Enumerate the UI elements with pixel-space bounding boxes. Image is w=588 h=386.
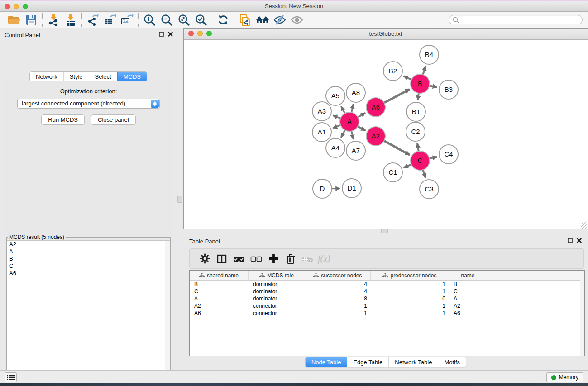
- column-header-predecessor-nodes[interactable]: predecessor nodes: [371, 271, 449, 280]
- table-cell[interactable]: 1: [305, 310, 371, 316]
- refresh-button[interactable]: [215, 13, 232, 27]
- tab-select[interactable]: Select: [89, 72, 117, 81]
- add-column-button[interactable]: [265, 251, 282, 267]
- table-cell[interactable]: 1: [371, 303, 449, 309]
- tab-network[interactable]: Network: [30, 72, 63, 81]
- table-cell[interactable]: 1: [305, 303, 371, 309]
- table-cell[interactable]: dominator: [249, 288, 305, 295]
- table-scrollbar[interactable]: [580, 271, 584, 356]
- zoom-in-button[interactable]: [141, 13, 158, 27]
- open-session-button[interactable]: [5, 13, 23, 27]
- table-cell[interactable]: A6: [449, 310, 487, 316]
- network-home-button[interactable]: [254, 13, 271, 27]
- table-cell[interactable]: A2: [190, 303, 249, 309]
- delete-column-button[interactable]: [282, 251, 299, 267]
- table-cell[interactable]: 1: [371, 310, 449, 316]
- table-cell[interactable]: A: [449, 295, 487, 302]
- table-cell[interactable]: A: [190, 295, 249, 302]
- graph-node-A1[interactable]: A1: [312, 123, 331, 142]
- graph-node-D[interactable]: D: [313, 179, 332, 198]
- import-table-button[interactable]: [62, 13, 79, 27]
- graph-node-B4[interactable]: B4: [420, 45, 439, 64]
- zoom-fit-button[interactable]: [175, 13, 192, 27]
- split-view-button[interactable]: [213, 251, 230, 267]
- table-cell[interactable]: connector: [249, 303, 305, 309]
- close-table-panel-icon[interactable]: [577, 238, 582, 243]
- table-cell[interactable]: 1: [371, 281, 449, 287]
- mcds-result-item[interactable]: A2: [7, 241, 170, 248]
- window-resize-grip[interactable]: [581, 222, 587, 229]
- search-input[interactable]: [461, 17, 578, 23]
- mcds-result-list[interactable]: A2ABCA6: [7, 240, 170, 386]
- export-network-button[interactable]: [84, 13, 101, 27]
- table-cell[interactable]: 8: [305, 295, 371, 302]
- float-table-panel-icon[interactable]: [568, 238, 573, 243]
- column-header-name[interactable]: name: [449, 271, 487, 280]
- close-window-button[interactable]: [5, 4, 10, 9]
- criterion-dropdown[interactable]: largest connected component (directed): [17, 99, 160, 109]
- zoom-selected-button[interactable]: [192, 13, 210, 27]
- graph-node-A[interactable]: A: [340, 112, 359, 131]
- graph-node-A2[interactable]: A2: [366, 127, 385, 146]
- graph-node-C1[interactable]: C1: [383, 163, 402, 182]
- network-minimize-button[interactable]: [197, 31, 203, 36]
- table-cell[interactable]: B: [190, 281, 249, 287]
- table-cell[interactable]: 1: [371, 288, 449, 295]
- table-cell[interactable]: A2: [449, 303, 487, 309]
- table-cell[interactable]: A6: [190, 310, 249, 316]
- mcds-result-item[interactable]: B: [7, 255, 170, 262]
- vertical-splitter-grip[interactable]: [177, 196, 182, 203]
- graph-node-A3[interactable]: A3: [312, 102, 331, 121]
- search-box[interactable]: [449, 15, 583, 24]
- graph-node-C2[interactable]: C2: [406, 122, 425, 141]
- copy-network-button[interactable]: [237, 13, 254, 27]
- mcds-result-item[interactable]: A6: [7, 270, 170, 277]
- network-canvas[interactable]: B4B2BB3A8A5A6A3B1AC2A1A2A4A7C4CC1D1DC3: [184, 40, 588, 229]
- close-panel-button[interactable]: Close panel: [91, 114, 136, 125]
- save-session-button[interactable]: [23, 13, 40, 27]
- memory-button[interactable]: Memory: [546, 372, 583, 382]
- graph-node-B3[interactable]: B3: [439, 80, 458, 99]
- graph-node-B[interactable]: B: [411, 74, 430, 93]
- graph-node-A7[interactable]: A7: [346, 141, 365, 160]
- graph-node-A5[interactable]: A5: [326, 86, 345, 105]
- tab-motifs[interactable]: Motifs: [438, 357, 466, 367]
- column-header-successor-nodes[interactable]: successor nodes: [305, 271, 371, 280]
- tab-style[interactable]: Style: [63, 72, 89, 81]
- result-scrollbar[interactable]: [165, 241, 170, 386]
- deselect-all-button[interactable]: [248, 251, 265, 267]
- settings-button[interactable]: [196, 251, 213, 267]
- tab-network-table[interactable]: Network Table: [388, 357, 438, 367]
- table-cell[interactable]: dominator: [249, 281, 305, 287]
- graph-node-A8[interactable]: A8: [346, 83, 365, 102]
- table-cell[interactable]: C: [190, 288, 249, 295]
- table-row[interactable]: A6connector11A6: [190, 310, 584, 317]
- graph-node-B2[interactable]: B2: [383, 62, 402, 81]
- table-cell[interactable]: 4: [305, 288, 371, 295]
- export-table-button[interactable]: [101, 13, 119, 27]
- table-row[interactable]: Bdominator41B: [190, 281, 584, 288]
- run-mcds-button[interactable]: Run MCDS: [41, 114, 85, 125]
- tab-mcds[interactable]: MCDS: [117, 72, 147, 81]
- show-graphics-details-button[interactable]: [288, 13, 306, 27]
- network-zoom-button[interactable]: [206, 31, 212, 36]
- table-row[interactable]: Adominator80A: [190, 295, 584, 302]
- zoom-window-button[interactable]: [23, 4, 28, 9]
- table-cell[interactable]: B: [449, 281, 487, 287]
- graph-node-C3[interactable]: C3: [420, 180, 439, 199]
- table-cell[interactable]: connector: [249, 310, 305, 316]
- tab-node-table[interactable]: Node Table: [306, 357, 347, 367]
- float-panel-icon[interactable]: [159, 32, 164, 37]
- zoom-out-button[interactable]: [158, 13, 175, 27]
- horizontal-splitter-grip[interactable]: [381, 229, 388, 233]
- mcds-result-item[interactable]: A: [7, 248, 170, 255]
- minimize-window-button[interactable]: [14, 4, 19, 9]
- table-cell[interactable]: dominator: [249, 295, 305, 302]
- hide-graphics-details-button[interactable]: [271, 13, 288, 27]
- graph-node-D1[interactable]: D1: [342, 179, 361, 198]
- table-row[interactable]: Cdominator41C: [190, 288, 584, 295]
- close-panel-icon[interactable]: [168, 32, 173, 37]
- table-cell[interactable]: 0: [371, 295, 449, 302]
- column-header-mcds-role[interactable]: MCDS role: [249, 271, 305, 280]
- table-row[interactable]: A2connector11A2: [190, 302, 584, 310]
